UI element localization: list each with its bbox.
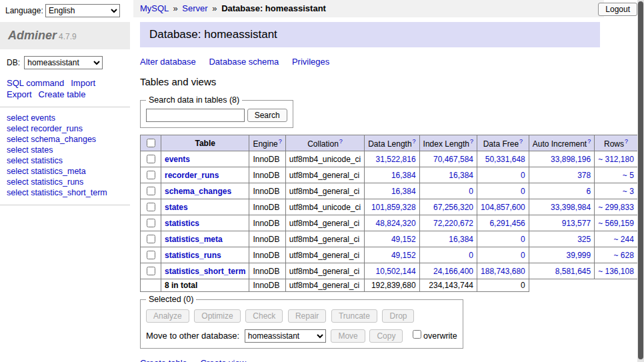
overwrite-checkbox[interactable]	[413, 330, 421, 339]
rows-link[interactable]: ~ 244	[614, 235, 634, 244]
row-checkbox[interactable]	[147, 219, 155, 227]
data-free-help-link[interactable]: ?	[519, 138, 523, 145]
data-free-link[interactable]: 104,857,600	[481, 203, 525, 212]
index-length-link[interactable]: 16,384	[449, 235, 473, 244]
sidebar-link-import[interactable]: Import	[71, 78, 95, 88]
breadcrumb-mysql-link[interactable]: MySQL	[140, 3, 169, 13]
sidebar-item-schema-changes[interactable]: select schema_changes	[7, 134, 123, 145]
analyze-button[interactable]: Analyze	[146, 309, 189, 323]
sidebar-item-recorder-runs[interactable]: select recorder_runs	[7, 123, 123, 134]
auto-increment-link[interactable]: 33,398,984	[551, 203, 591, 212]
index-length-link[interactable]: 70,467,584	[433, 155, 473, 164]
privileges-link[interactable]: Privileges	[292, 57, 329, 67]
data-free-link[interactable]: 188,743,680	[481, 267, 525, 276]
data-length-link[interactable]: 101,859,328	[371, 203, 416, 212]
alter-database-link[interactable]: Alter database	[140, 57, 196, 67]
table-link[interactable]: statistics_short_term	[165, 267, 245, 276]
scrollbar-thumb[interactable]	[638, 1, 643, 359]
sidebar-item-states[interactable]: select states	[7, 145, 123, 155]
vertical-scrollbar[interactable]	[637, 0, 644, 362]
move-db-select[interactable]: homeassistant	[245, 329, 326, 343]
index-length-link[interactable]: 67,256,320	[433, 203, 473, 212]
index-length-link[interactable]: 0	[469, 251, 473, 260]
sidebar-item-statistics-meta[interactable]: select statistics_meta	[7, 166, 123, 177]
data-length-link[interactable]: 48,824,320	[376, 219, 416, 228]
drop-button[interactable]: Drop	[382, 309, 414, 323]
auto-increment-link[interactable]: 39,999	[566, 251, 591, 260]
data-length-link[interactable]: 16,384	[391, 171, 416, 180]
data-free-link[interactable]: 0	[521, 187, 525, 196]
move-button[interactable]: Move	[331, 329, 365, 343]
breadcrumb-server-link[interactable]: Server	[182, 3, 207, 13]
rows-link[interactable]: ~ 5	[623, 171, 634, 180]
auto-increment-link[interactable]: 913,577	[562, 219, 591, 228]
data-length-link[interactable]: 31,522,816	[376, 155, 416, 164]
row-checkbox[interactable]	[147, 203, 155, 211]
row-checkbox[interactable]	[147, 155, 155, 163]
rows-link[interactable]: ~ 3	[623, 187, 634, 196]
db-select[interactable]: homeassistant	[24, 56, 103, 69]
auto-increment-link[interactable]: 8,581,645	[555, 267, 591, 276]
rows-help-link[interactable]: ?	[625, 138, 628, 145]
data-free-link[interactable]: 0	[521, 251, 525, 260]
auto-increment-link[interactable]: 6	[586, 187, 591, 196]
sidebar-item-statistics[interactable]: select statistics	[7, 155, 123, 166]
check-button[interactable]: Check	[245, 309, 283, 323]
table-link[interactable]: statistics_meta	[165, 235, 223, 244]
row-checkbox[interactable]	[147, 187, 155, 195]
index-length-link[interactable]: 16,384	[449, 171, 473, 180]
table-link[interactable]: statistics_runs	[165, 251, 221, 260]
data-length-help-link[interactable]: ?	[413, 138, 416, 145]
index-length-link[interactable]: 0	[469, 187, 473, 196]
row-checkbox[interactable]	[147, 235, 155, 243]
row-checkbox[interactable]	[147, 267, 155, 275]
create-table-link[interactable]: Create table	[140, 358, 187, 362]
table-link[interactable]: statistics	[165, 219, 199, 228]
rows-link[interactable]: ~ 299,833	[598, 203, 634, 212]
database-schema-link[interactable]: Database schema	[209, 57, 279, 67]
auto-increment-link[interactable]: 378	[577, 171, 591, 180]
collation-help-link[interactable]: ?	[339, 138, 343, 145]
logout-button[interactable]: Logout	[598, 3, 637, 16]
data-free-link[interactable]: 50,331,648	[485, 155, 525, 164]
sidebar-link-create-table[interactable]: Create table	[39, 89, 86, 99]
search-input[interactable]	[146, 109, 245, 122]
data-length-link[interactable]: 10,502,144	[376, 267, 416, 276]
data-free-link[interactable]: 6,291,456	[489, 219, 525, 228]
sidebar-link-sql-command[interactable]: SQL command	[7, 78, 64, 88]
row-checkbox[interactable]	[147, 171, 155, 179]
auto-increment-link[interactable]: 325	[577, 235, 591, 244]
sidebar-item-events[interactable]: select events	[7, 113, 123, 123]
engine-help-link[interactable]: ?	[279, 138, 282, 145]
table-link[interactable]: recorder_runs	[165, 171, 219, 180]
repair-button[interactable]: Repair	[288, 309, 326, 323]
table-link[interactable]: states	[165, 203, 188, 212]
auto-increment-link[interactable]: 33,898,196	[551, 155, 591, 164]
data-length-link[interactable]: 16,384	[391, 187, 416, 196]
index-length-link[interactable]: 24,166,400	[433, 267, 473, 276]
create-view-link[interactable]: Create view	[200, 358, 246, 362]
rows-link[interactable]: ~ 312,180	[598, 155, 634, 164]
sidebar-link-export[interactable]: Export	[7, 89, 32, 99]
data-length-link[interactable]: 49,152	[391, 235, 416, 244]
data-free-link[interactable]: 0	[521, 171, 525, 180]
search-button[interactable]: Search	[247, 109, 287, 122]
data-length-link[interactable]: 49,152	[391, 251, 416, 260]
truncate-button[interactable]: Truncate	[331, 309, 377, 323]
auto-increment-help-link[interactable]: ?	[587, 138, 591, 145]
table-link[interactable]: schema_changes	[165, 187, 231, 196]
data-free-link[interactable]: 0	[521, 235, 525, 244]
sidebar-item-statistics-short-term[interactable]: select statistics_short_term	[7, 187, 123, 198]
rows-link[interactable]: ~ 136,108	[598, 267, 634, 276]
rows-link[interactable]: ~ 569,159	[598, 219, 634, 228]
table-link[interactable]: events	[165, 155, 190, 164]
sidebar-item-statistics-runs[interactable]: select statistics_runs	[7, 177, 123, 187]
optimize-button[interactable]: Optimize	[194, 309, 240, 323]
index-length-help-link[interactable]: ?	[470, 138, 473, 145]
row-checkbox[interactable]	[147, 251, 155, 259]
language-select[interactable]: English	[45, 4, 120, 17]
index-length-link[interactable]: 72,220,672	[433, 219, 473, 228]
rows-link[interactable]: ~ 628	[614, 251, 634, 260]
copy-button[interactable]: Copy	[369, 329, 403, 343]
select-all-checkbox[interactable]	[147, 139, 155, 147]
